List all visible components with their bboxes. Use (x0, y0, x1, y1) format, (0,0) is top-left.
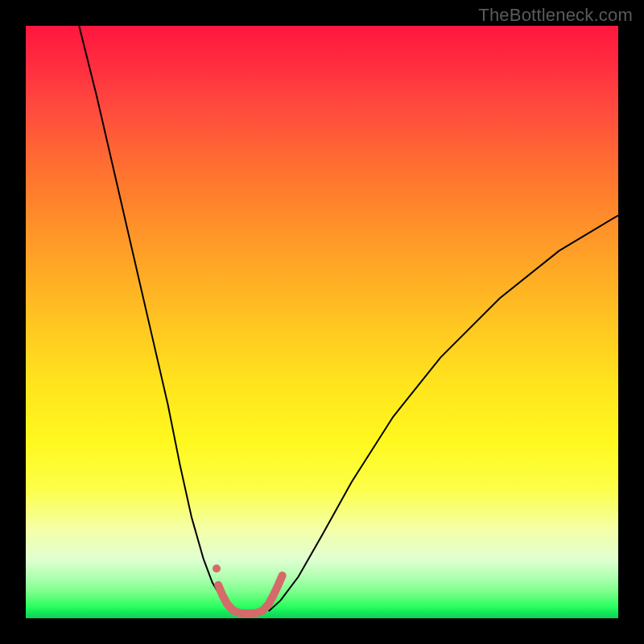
plot-area (26, 26, 618, 618)
series-left-curve (79, 26, 233, 611)
series-right-curve (269, 216, 618, 612)
marker-valley-dot (213, 564, 221, 572)
chart-frame: TheBottleneck.com (0, 0, 644, 644)
watermark-text: TheBottleneck.com (478, 5, 633, 26)
curve-layer (26, 26, 618, 618)
